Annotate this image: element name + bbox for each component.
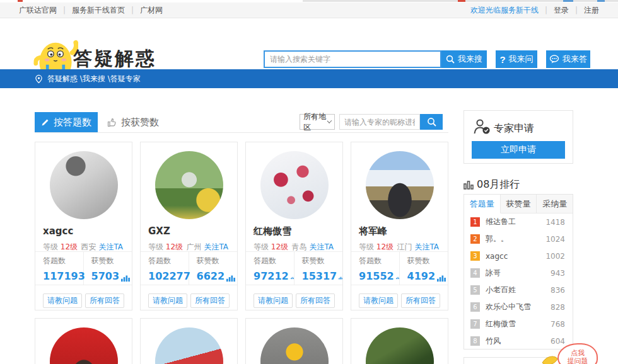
header: G 答疑解惑 广联达服务新干线 我来搜 ? 我来问 我来答 (0, 18, 618, 69)
expert-search-input[interactable] (339, 114, 420, 130)
avatar[interactable] (260, 151, 329, 219)
avatar[interactable] (366, 151, 434, 219)
ask-button[interactable]: ? 我来问 (496, 50, 537, 68)
rank-row[interactable]: 7红梅傲雪768 (464, 316, 573, 333)
mascot-hand-icon (540, 350, 559, 364)
separator: | (575, 3, 578, 18)
likes-count: 4192 (407, 270, 436, 282)
search-button[interactable]: 我来搜 (441, 50, 487, 68)
expert-name[interactable]: xagcc (43, 225, 73, 237)
ask-question-button[interactable]: 请教问题 (254, 293, 293, 308)
avatar[interactable] (155, 151, 223, 219)
nav-link-glodon[interactable]: 广联达官网 (19, 3, 57, 18)
avatar[interactable] (155, 327, 223, 364)
page: 广联达官网 | 服务新干线首页 | 广材网 欢迎光临服务新干线 | 登录 | 注… (0, 0, 618, 364)
likes-label: 获赞数 (407, 256, 448, 266)
register-link[interactable]: 注册 (584, 3, 599, 18)
search-input[interactable] (264, 50, 441, 68)
region-select[interactable]: 所有地区 (300, 114, 335, 130)
likes-count: 6622 (197, 270, 225, 282)
rank-name: xagcc (486, 252, 508, 261)
avatar[interactable] (50, 327, 118, 364)
follow-link[interactable]: 关注TA (204, 242, 228, 251)
rank-tab-answers[interactable]: 答题量 (464, 195, 501, 213)
thumbs-up-icon (107, 118, 117, 127)
question-icon: ? (499, 54, 505, 65)
level-label: 等级 (359, 242, 374, 251)
rank-row[interactable]: 8竹风604 (464, 333, 573, 350)
rank-badge: 7 (470, 319, 480, 329)
ask-question-button[interactable]: 请教问题 (359, 293, 398, 308)
level-label: 等级 (148, 242, 163, 251)
expert-card (35, 318, 132, 364)
avatar[interactable] (366, 327, 434, 364)
answers-count: 91552 (359, 270, 394, 282)
all-answers-button[interactable]: 所有回答 (296, 293, 335, 308)
level-value: 12级 (271, 242, 288, 251)
expert-stats: 答题数117193 获赞数5703 (35, 251, 132, 285)
city: 青岛 (292, 242, 307, 251)
rank-row[interactable]: 6欢乐心中飞雪828 (464, 299, 573, 316)
rank-tab-accepted[interactable]: 采纳量 (537, 195, 573, 213)
rank-badge: 6 (470, 302, 480, 312)
level-label: 等级 (43, 242, 58, 251)
expert-name[interactable]: 将军峰 (359, 225, 387, 237)
rank-badge: 5 (470, 285, 480, 295)
rank-row[interactable]: 3xagcc1002 (464, 247, 573, 264)
rank-row[interactable]: 2郭。。1024 (464, 230, 573, 247)
expert-apply-panel: 专家申请 立即申请 (464, 110, 573, 164)
tab-by-answers[interactable]: 按答题数 (35, 112, 98, 133)
rank-name: 红梅傲雪 (486, 319, 516, 329)
follow-link[interactable]: 关注TA (309, 242, 334, 251)
top-nav: 广联达官网 | 服务新干线首页 | 广材网 欢迎光临服务新干线 | 登录 | 注… (0, 3, 618, 18)
answers-label: 答题数 (359, 256, 399, 266)
login-link[interactable]: 登录 (554, 3, 569, 18)
expert-stats: 答题数102277 获赞数6622 (141, 251, 237, 285)
rank-value: 836 (551, 286, 565, 295)
follow-link[interactable]: 关注TA (414, 242, 439, 251)
speech-bubble-icon (549, 55, 559, 64)
rank-badge: 1 (470, 217, 480, 227)
tab-by-likes[interactable]: 按获赞数 (107, 112, 159, 133)
likes-label: 获赞数 (197, 256, 238, 266)
rank-row[interactable]: 1维达鲁工1418 (464, 213, 573, 230)
rank-chart-icon (464, 180, 474, 190)
answer-button[interactable]: 我来答 (546, 50, 590, 68)
all-answers-button[interactable]: 所有回答 (401, 293, 440, 308)
avatar[interactable] (260, 327, 329, 364)
expert-card: 将军峰 等级 12级江门 关注TA 答题数91552 获赞数4192 请教问题 … (351, 142, 448, 310)
apply-now-button[interactable]: 立即申请 (472, 141, 565, 159)
separator: | (63, 3, 66, 18)
likes-count: 15317 (302, 270, 337, 282)
rank-name: 竹风 (486, 336, 501, 346)
likes-count: 5703 (91, 270, 120, 282)
answers-count: 117193 (43, 270, 85, 282)
nav-link-fwxgx-home[interactable]: 服务新干线首页 (72, 3, 125, 18)
level-value: 12级 (166, 242, 183, 251)
rank-badge: 8 (470, 336, 480, 346)
nav-link-gcw[interactable]: 广材网 (140, 3, 163, 18)
separator: | (131, 3, 134, 18)
rank-tab-likes[interactable]: 获赞量 (501, 195, 537, 213)
follow-link[interactable]: 关注TA (98, 242, 123, 251)
answers-count: 97212 (254, 270, 289, 282)
location-pin-icon (35, 74, 43, 84)
ask-question-button[interactable]: 请教问题 (43, 293, 82, 308)
expert-name[interactable]: 红梅傲雪 (254, 225, 291, 237)
all-answers-button[interactable]: 所有回答 (85, 293, 124, 308)
expert-name[interactable]: GXZ (148, 225, 170, 237)
rank-value: 1002 (545, 252, 565, 261)
answers-label: 答题数 (148, 256, 189, 266)
bar-chart-icon (291, 273, 294, 282)
rank-row[interactable]: 5小老百姓836 (464, 282, 573, 299)
expert-search-button[interactable] (420, 114, 443, 130)
avatar[interactable] (50, 151, 118, 219)
all-answers-button[interactable]: 所有回答 (190, 293, 230, 308)
level-label: 等级 (254, 242, 269, 251)
tabs-divider (35, 132, 448, 133)
rank-value: 768 (551, 320, 565, 329)
welcome-link[interactable]: 欢迎光临服务新干线 (470, 3, 539, 18)
rank-row[interactable]: 4詠哥943 (464, 264, 573, 282)
ask-question-button[interactable]: 请教问题 (148, 293, 187, 308)
rank-name: 詠哥 (486, 268, 501, 278)
